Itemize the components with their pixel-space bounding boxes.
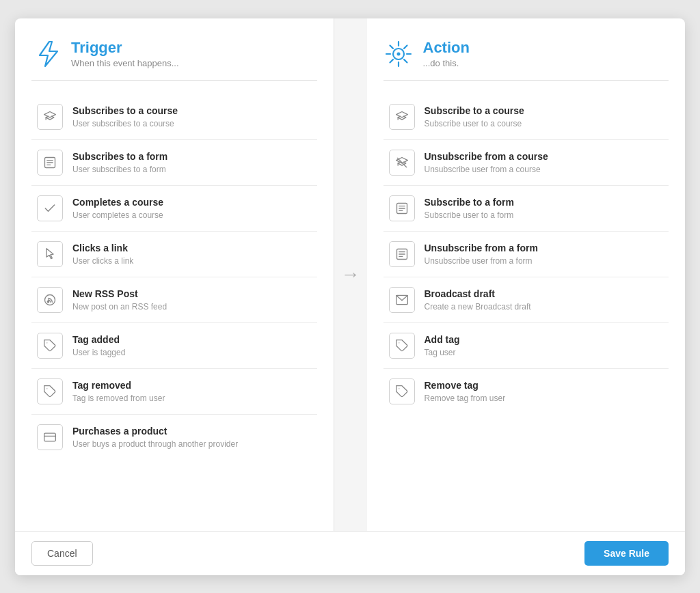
trigger-item-text-subscribes-form: Subscribes to a formUser subscribes to a… [72, 150, 312, 174]
divider-arrow: → [334, 18, 367, 531]
svg-point-5 [47, 301, 49, 303]
svg-line-16 [390, 45, 392, 48]
action-item-subtitle-subscribe-course: Subscribe user to a course [425, 119, 664, 128]
action-item-subtitle-subscribe-form: Subscribe user to a form [425, 210, 664, 220]
action-item-title-subscribe-form: Subscribe to a form [425, 196, 664, 208]
trigger-item-title-subscribes-course: Subscribes to a course [72, 105, 312, 117]
modal-footer: Cancel Save Rule [15, 531, 685, 575]
svg-point-4 [45, 294, 55, 305]
course-icon [37, 104, 63, 130]
trigger-item-title-tag-removed: Tag removed [72, 379, 312, 391]
action-item-unsubscribe-course[interactable]: Unsubscribe from a courseUnsubscribe use… [383, 140, 669, 186]
trigger-item-subtitle-purchases-product: User buys a product through another prov… [72, 439, 312, 449]
trigger-item-subtitle-subscribes-course: User subscribes to a course [72, 119, 312, 128]
action-list: Subscribe to a courseSubscribe user to a… [383, 94, 669, 414]
trigger-item-text-tag-removed: Tag removedTag is removed from user [72, 379, 312, 402]
course-back-icon [389, 150, 415, 176]
svg-line-19 [390, 59, 392, 62]
action-item-text-add-tag: Add tagTag user [425, 333, 664, 357]
trigger-item-subtitle-new-rss-post: New post on an RSS feed [72, 302, 312, 312]
trigger-item-title-tag-added: Tag added [72, 333, 312, 346]
form-icon [37, 150, 63, 176]
action-item-subtitle-broadcast-draft: Create a new Broadcast draft [425, 302, 664, 312]
action-item-title-unsubscribe-course: Unsubscribe from a course [425, 150, 664, 163]
trigger-item-text-tag-added: Tag addedUser is tagged [72, 333, 312, 357]
trigger-item-subtitle-completes-course: User completes a course [72, 210, 312, 220]
cursor-icon [37, 241, 63, 267]
tag-icon [37, 333, 63, 359]
action-item-subtitle-unsubscribe-course: Unsubscribe user from a course [425, 165, 664, 174]
svg-rect-8 [44, 433, 56, 441]
svg-line-17 [404, 59, 407, 62]
trigger-item-tag-removed[interactable]: Tag removedTag is removed from user [31, 369, 317, 415]
action-item-remove-tag[interactable]: Remove tagRemove tag from user [383, 369, 669, 414]
trigger-header-text: Trigger When this event happens... [71, 39, 179, 68]
trigger-item-subtitle-tag-removed: Tag is removed from user [72, 394, 312, 403]
action-item-title-remove-tag: Remove tag [425, 379, 664, 391]
trigger-item-subtitle-subscribes-form: User subscribes to a form [72, 165, 312, 174]
action-title: Action [423, 39, 470, 57]
trigger-item-title-new-rss-post: New RSS Post [72, 288, 312, 300]
trigger-item-new-rss-post[interactable]: New RSS PostNew post on an RSS feed [31, 277, 317, 323]
action-item-text-remove-tag: Remove tagRemove tag from user [425, 379, 664, 402]
trigger-item-title-clicks-link: Clicks a link [72, 242, 312, 254]
action-item-text-subscribe-course: Subscribe to a courseSubscribe user to a… [425, 105, 664, 128]
save-rule-button[interactable]: Save Rule [584, 541, 669, 566]
trigger-item-text-new-rss-post: New RSS PostNew post on an RSS feed [72, 288, 312, 311]
trigger-item-purchases-product[interactable]: Purchases a productUser buys a product t… [31, 415, 317, 460]
action-item-broadcast-draft[interactable]: Broadcast draftCreate a new Broadcast dr… [383, 277, 669, 323]
form-icon [389, 241, 415, 267]
trigger-item-completes-course[interactable]: Completes a courseUser completes a cours… [31, 186, 317, 232]
trigger-icon [31, 39, 62, 69]
arrow-right-icon: → [341, 264, 360, 286]
action-item-title-broadcast-draft: Broadcast draft [425, 288, 664, 300]
trigger-header: Trigger When this event happens... [31, 39, 317, 81]
tag-icon [389, 378, 415, 404]
action-item-subtitle-add-tag: Tag user [425, 348, 664, 357]
check-icon [37, 195, 63, 221]
email-icon [389, 287, 415, 313]
trigger-item-subscribes-course[interactable]: Subscribes to a courseUser subscribes to… [31, 94, 317, 140]
card-icon [37, 424, 63, 450]
action-item-text-unsubscribe-form: Unsubscribe from a formUnsubscribe user … [425, 242, 664, 265]
action-item-subscribe-form[interactable]: Subscribe to a formSubscribe user to a f… [383, 186, 669, 232]
rss-icon [37, 287, 63, 313]
modal-container: Trigger When this event happens... Subsc… [15, 18, 685, 575]
trigger-item-subtitle-clicks-link: User clicks a link [72, 256, 312, 266]
action-item-title-add-tag: Add tag [425, 333, 664, 346]
trigger-item-clicks-link[interactable]: Clicks a linkUser clicks a link [31, 232, 317, 277]
trigger-title: Trigger [71, 39, 179, 57]
trigger-item-title-subscribes-form: Subscribes to a form [72, 150, 312, 163]
trigger-item-text-clicks-link: Clicks a linkUser clicks a link [72, 242, 312, 265]
action-header: Action ...do this. [383, 39, 669, 81]
action-item-add-tag[interactable]: Add tagTag user [383, 323, 669, 369]
action-item-subtitle-remove-tag: Remove tag from user [425, 394, 664, 403]
action-item-title-unsubscribe-form: Unsubscribe from a form [425, 242, 664, 254]
action-item-unsubscribe-form[interactable]: Unsubscribe from a formUnsubscribe user … [383, 232, 669, 277]
svg-point-11 [396, 52, 400, 55]
tag-icon [37, 378, 63, 404]
trigger-item-tag-added[interactable]: Tag addedUser is tagged [31, 323, 317, 369]
trigger-item-text-completes-course: Completes a courseUser completes a cours… [72, 196, 312, 219]
course-icon [389, 104, 415, 130]
action-header-text: Action ...do this. [423, 39, 470, 68]
trigger-item-subscribes-form[interactable]: Subscribes to a formUser subscribes to a… [31, 140, 317, 186]
trigger-subtitle: When this event happens... [71, 58, 179, 68]
svg-line-18 [404, 45, 407, 48]
tag-icon [389, 333, 415, 359]
trigger-item-subtitle-tag-added: User is tagged [72, 348, 312, 357]
modal-body: Trigger When this event happens... Subsc… [15, 18, 685, 531]
action-icon [383, 39, 414, 69]
action-item-subscribe-course[interactable]: Subscribe to a courseSubscribe user to a… [383, 94, 669, 140]
action-subtitle: ...do this. [423, 58, 470, 68]
trigger-item-text-purchases-product: Purchases a productUser buys a product t… [72, 425, 312, 448]
trigger-list: Subscribes to a courseUser subscribes to… [31, 94, 317, 460]
action-item-title-subscribe-course: Subscribe to a course [425, 105, 664, 117]
action-item-subtitle-unsubscribe-form: Unsubscribe user from a form [425, 256, 664, 266]
trigger-panel: Trigger When this event happens... Subsc… [15, 18, 334, 531]
action-panel: Action ...do this. Subscribe to a course… [367, 18, 686, 531]
cancel-button[interactable]: Cancel [31, 541, 93, 566]
action-item-text-unsubscribe-course: Unsubscribe from a courseUnsubscribe use… [425, 150, 664, 174]
trigger-item-text-subscribes-course: Subscribes to a courseUser subscribes to… [72, 105, 312, 128]
action-item-text-subscribe-form: Subscribe to a formSubscribe user to a f… [425, 196, 664, 219]
